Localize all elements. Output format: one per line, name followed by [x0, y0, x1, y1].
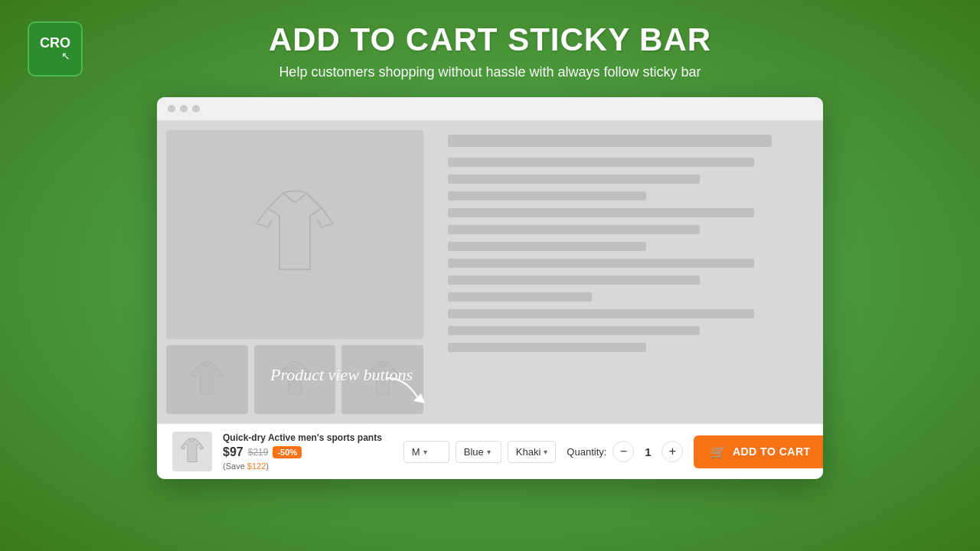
sticky-save-amount: $122: [247, 461, 266, 471]
add-to-cart-label: ADD TO CART: [733, 445, 811, 458]
size-selected: M: [412, 446, 420, 458]
quantity-value: 1: [640, 445, 655, 458]
annotation-arrow: [383, 374, 429, 408]
sticky-product-info: Quick-dry Active men's sports pants $97 …: [223, 432, 382, 471]
quantity-minus-button[interactable]: −: [612, 441, 634, 462]
detail-line-9: [448, 292, 592, 302]
browser-dot-2: [180, 105, 188, 112]
header-area: CRO ↖ ADD TO CART STICKY BAR Help custom…: [0, 0, 980, 80]
sticky-price-current: $97: [223, 445, 243, 459]
logo-text: CRO: [40, 36, 70, 50]
browser-dot-3: [192, 105, 200, 112]
sticky-bar: Quick-dry Active men's sports pants $97 …: [157, 423, 823, 479]
thumbnail-1: [166, 345, 248, 414]
main-product-image: [166, 130, 423, 339]
page-subtitle: Help customers shopping without hassle w…: [279, 64, 701, 80]
sticky-product-name: Quick-dry Active men's sports pants: [223, 432, 382, 443]
sticky-save-text: (Save $122): [223, 461, 382, 471]
product-page-mockup: Product view buttons: [157, 121, 823, 423]
cart-icon: 🛒: [710, 445, 727, 459]
color-chevron-icon: ▾: [487, 448, 491, 456]
color-selected: Blue: [464, 446, 484, 458]
detail-line-7: [448, 259, 754, 268]
page-title: ADD TO CART STICKY BAR: [269, 21, 711, 58]
detail-line-title: [448, 135, 772, 147]
quantity-section: Quantity: − 1 +: [567, 441, 683, 462]
style-dropdown[interactable]: Khaki ▾: [508, 441, 557, 463]
detail-line-10: [448, 309, 754, 318]
style-chevron-icon: ▾: [544, 448, 547, 456]
detail-line-11: [448, 326, 700, 335]
shirt-icon-main: [249, 185, 341, 285]
quantity-label: Quantity:: [567, 446, 606, 458]
sticky-product-thumb: [172, 432, 212, 471]
detail-line-2: [448, 174, 700, 184]
detail-line-5: [448, 225, 700, 234]
logo: CRO ↖: [28, 21, 83, 77]
detail-line-6: [448, 242, 646, 251]
style-selected: Khaki: [516, 446, 541, 458]
browser-dot-1: [168, 105, 175, 112]
sticky-price-original: $219: [248, 447, 269, 458]
add-to-cart-button[interactable]: 🛒 ADD TO CART: [694, 435, 823, 468]
size-dropdown[interactable]: M ▾: [403, 441, 449, 463]
detail-line-8: [448, 276, 700, 285]
sticky-shirt-icon: [178, 436, 206, 467]
shirt-icon-thumb1: [188, 359, 226, 401]
size-chevron-icon: ▾: [423, 448, 427, 456]
sticky-discount-badge: -50%: [273, 446, 302, 458]
detail-line-1: [448, 158, 754, 167]
browser-window: Product view buttons Quick-dry Active me…: [157, 97, 823, 479]
sticky-price-row: $97 $219 -50%: [223, 445, 382, 459]
logo-cursor: ↖: [40, 50, 70, 62]
color-dropdown[interactable]: Blue ▾: [456, 441, 501, 463]
product-details-section: [433, 121, 823, 423]
quantity-plus-button[interactable]: +: [662, 441, 683, 462]
browser-bar: [157, 97, 823, 121]
detail-line-12: [448, 343, 646, 352]
detail-line-4: [448, 208, 754, 217]
dropdown-group: M ▾ Blue ▾ Khaki ▾: [403, 441, 557, 463]
detail-line-3: [448, 191, 646, 201]
